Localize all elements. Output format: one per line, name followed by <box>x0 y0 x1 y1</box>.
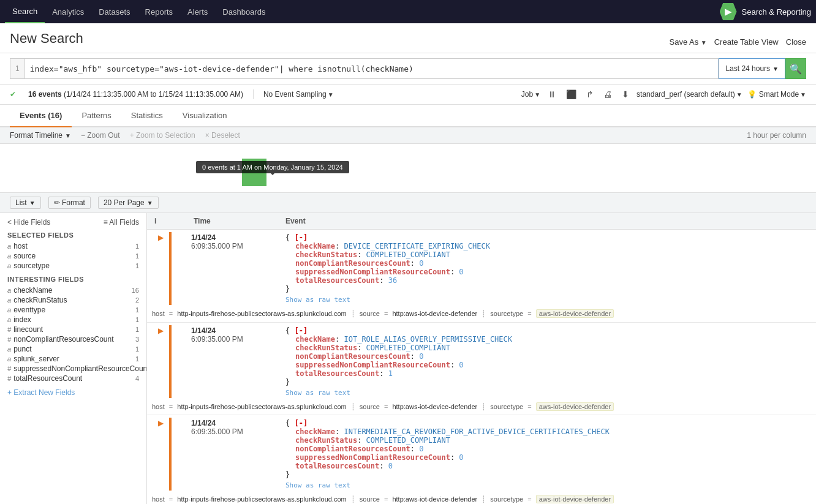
job-button[interactable]: Job ▼ <box>521 90 540 99</box>
expand-button[interactable]: ▶ <box>152 418 169 427</box>
interesting-field-item[interactable]: a eventtype 1 <box>7 305 139 315</box>
brand-icon: ▶ <box>720 3 737 20</box>
deselect-button[interactable]: × Deselect <box>205 131 240 140</box>
show-raw-link[interactable]: Show as raw text <box>285 481 809 489</box>
field-name: checkName <box>13 286 52 295</box>
meta-sourcetype-key: sourcetype <box>490 310 523 317</box>
close-button[interactable]: Close <box>786 37 806 47</box>
meta-pipe1: ┊ <box>351 310 357 317</box>
format-timeline-button[interactable]: Format Timeline ▼ <box>10 131 71 140</box>
format-button[interactable]: ✏ Format <box>48 197 91 209</box>
interesting-field-item[interactable]: a splunk_server 1 <box>7 354 139 364</box>
field-count: 1 <box>135 262 139 269</box>
interesting-fields-list: a checkName 16a checkRunStatus 2a eventt… <box>7 285 139 383</box>
interesting-field-item[interactable]: # totalResourcesCount 4 <box>7 374 139 383</box>
selected-field-item[interactable]: a host 1 <box>7 241 139 251</box>
selected-field-item[interactable]: a sourcetype 1 <box>7 261 139 271</box>
brand-label: Search & Reporting <box>742 7 811 17</box>
nav-dashboards[interactable]: Dashboards <box>215 0 273 23</box>
field-sep: : <box>450 268 459 276</box>
meta-sep3: = <box>527 495 531 503</box>
field-name: punct <box>13 345 31 353</box>
field-key: checkRunStatus <box>295 436 357 445</box>
events-list: ▶ 1/14/24 6:09:35.000 PM { [-] checkName… <box>147 230 816 504</box>
event-stripe <box>169 418 172 491</box>
zoom-out-button[interactable]: − Zoom Out <box>81 131 120 140</box>
show-raw-link[interactable]: Show as raw text <box>285 296 809 304</box>
field-sep: : <box>335 242 344 250</box>
interesting-field-item[interactable]: a checkName 16 <box>7 285 139 295</box>
print-button[interactable]: 🖨 <box>601 88 614 100</box>
export-button[interactable]: ⬇ <box>619 88 632 100</box>
zoom-selection-button[interactable]: + Zoom to Selection <box>130 131 195 140</box>
json-minus: [-] <box>294 233 308 242</box>
standard-perf-button[interactable]: standard_perf (search default) ▼ <box>637 90 742 99</box>
smart-mode-button[interactable]: Smart Mode ▼ <box>759 90 806 99</box>
interesting-field-item[interactable]: # linecount 1 <box>7 325 139 334</box>
field-key: suppressedNonCompliantResourceCount <box>295 268 450 276</box>
time-picker-button[interactable]: Last 24 hours ▼ <box>719 58 785 79</box>
col-event: Event <box>283 216 811 227</box>
event-time-value: 6:09:35.000 PM <box>191 427 283 436</box>
results-header: i Time Event <box>147 213 816 230</box>
json-open-bracket: { <box>285 419 294 427</box>
nav-datasets[interactable]: Datasets <box>91 0 137 23</box>
event-row: ▶ 1/14/24 6:09:35.000 PM { [-] checkName… <box>147 230 816 323</box>
nav-search[interactable]: Search <box>5 0 45 23</box>
brand-area: ▶ Search & Reporting <box>720 3 811 20</box>
field-key: totalResourcesCount <box>295 462 379 470</box>
meta-host-key: host <box>152 310 165 317</box>
interesting-field-item[interactable]: a punct 1 <box>7 344 139 354</box>
nav-alerts[interactable]: Alerts <box>180 0 215 23</box>
field-sep: : <box>410 445 419 453</box>
field-sep: : <box>335 335 344 344</box>
hide-fields-button[interactable]: < Hide Fields <box>7 218 50 227</box>
per-page-button[interactable]: 20 Per Page ▼ <box>98 197 159 209</box>
expand-button[interactable]: ▶ <box>152 325 169 335</box>
all-fields-button[interactable]: ≡ All Fields <box>104 218 139 227</box>
interesting-field-item[interactable]: # nonCompliantResourcesCount 3 <box>7 334 139 344</box>
field-val: COMPLETED_COMPLIANT <box>366 250 450 259</box>
share-button[interactable]: ↱ <box>584 88 596 100</box>
meta-source-key: source <box>360 310 380 317</box>
stop-button[interactable]: ⬛ <box>564 88 579 100</box>
save-as-button[interactable]: Save As ▼ <box>669 37 706 47</box>
field-val: 0 <box>419 259 423 268</box>
pause-button[interactable]: ⏸ <box>545 88 559 100</box>
field-count: 2 <box>135 296 139 304</box>
field-key: nonCompliantResourcesCount <box>295 259 410 268</box>
search-icon: 🔍 <box>790 63 802 75</box>
tab-events[interactable]: Events (16) <box>10 105 72 127</box>
meta-source-key: source <box>360 495 380 503</box>
event-date: 1/14/24 <box>191 419 283 427</box>
list-button[interactable]: List ▼ <box>10 197 41 209</box>
selected-field-item[interactable]: a source 1 <box>7 251 139 261</box>
tab-patterns[interactable]: Patterns <box>72 105 121 127</box>
interesting-field-item[interactable]: a checkRunStatus 2 <box>7 295 139 305</box>
top-nav: Search Analytics Datasets Reports Alerts… <box>0 0 816 23</box>
interesting-field-item[interactable]: # suppressedNonCompliantResourceCount 1 <box>7 364 139 374</box>
field-type-icon: a <box>7 252 11 260</box>
expand-button[interactable]: ▶ <box>152 232 169 242</box>
nav-reports[interactable]: Reports <box>138 0 181 23</box>
field-count: 3 <box>135 336 139 343</box>
meta-pipe1: ┊ <box>351 495 357 503</box>
create-table-view-button[interactable]: Create Table View <box>714 37 779 47</box>
tab-statistics[interactable]: Statistics <box>121 105 173 127</box>
per-column-label: 1 hour per column <box>747 131 806 140</box>
time-picker-label: Last 24 hours <box>725 64 770 73</box>
no-event-sampling-button[interactable]: No Event Sampling ▼ <box>263 90 334 99</box>
search-input[interactable] <box>25 58 719 79</box>
field-key: checkRunStatus <box>295 250 357 259</box>
nav-analytics[interactable]: Analytics <box>45 0 91 23</box>
field-sep: : <box>379 462 388 470</box>
interesting-field-item[interactable]: a index 1 <box>7 315 139 325</box>
json-minus: [-] <box>294 326 308 335</box>
events-count: 16 events (1/14/24 11:13:35.000 AM to 1/… <box>28 90 243 99</box>
search-button[interactable]: 🔍 <box>785 58 806 79</box>
event-row: ▶ 1/14/24 6:09:35.000 PM { [-] checkName… <box>147 323 816 416</box>
tab-visualization[interactable]: Visualization <box>173 105 237 127</box>
field-key: nonCompliantResourcesCount <box>295 445 410 453</box>
extract-new-fields-link[interactable]: + Extract New Fields <box>7 388 139 397</box>
show-raw-link[interactable]: Show as raw text <box>285 389 809 397</box>
